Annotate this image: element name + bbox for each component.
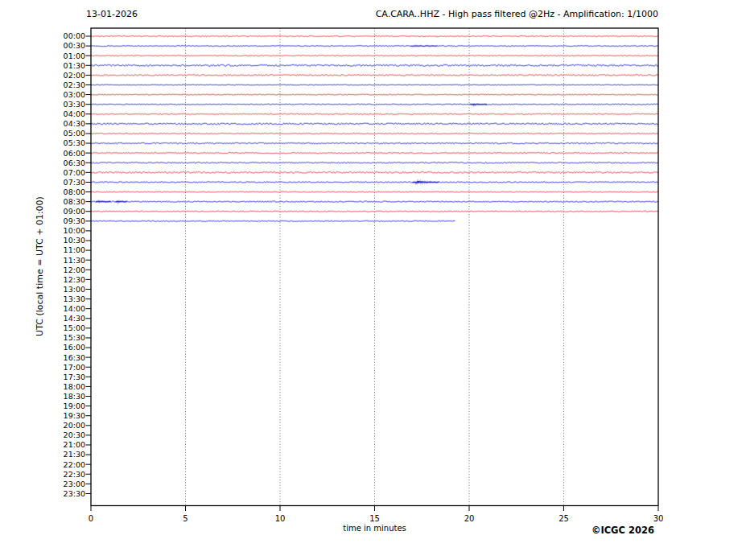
y-tick-label-18:00: 18:00	[64, 382, 85, 391]
y-tick-label-05:30: 05:30	[64, 138, 85, 147]
gridlines-layer	[186, 28, 564, 506]
y-tick-label-02:30: 02:30	[64, 80, 85, 89]
y-tick-label-21:30: 21:30	[64, 450, 85, 459]
date-label: 13-01-2026	[86, 9, 138, 19]
y-tick-label-11:30: 11:30	[64, 256, 85, 265]
y-tick-label-12:30: 12:30	[64, 275, 85, 284]
chart-title: CA.CARA..HHZ - High pass filtered @2Hz -…	[376, 9, 658, 19]
x-tick-label-5: 5	[183, 514, 188, 523]
y-tick-label-10:00: 10:00	[64, 226, 85, 235]
y-tick-label-21:00: 21:00	[64, 440, 85, 449]
y-tick-label-18:30: 18:30	[64, 392, 85, 401]
x-axis-label: time in minutes	[343, 524, 406, 533]
x-tick-label-20: 20	[464, 514, 475, 523]
y-axis-label: UTC (local time = UTC + 01:00)	[35, 196, 45, 336]
helicorder-page: 13-01-2026 CA.CARA..HHZ - High pass filt…	[0, 0, 746, 560]
x-tick-label-30: 30	[653, 514, 664, 523]
y-tick-label-14:30: 14:30	[64, 314, 85, 323]
event-00:30	[410, 46, 437, 47]
y-tick-label-07:00: 07:00	[64, 168, 85, 177]
y-tick-label-13:00: 13:00	[64, 285, 85, 294]
y-tick-label-20:30: 20:30	[64, 430, 85, 439]
y-tick-label-19:30: 19:30	[64, 411, 85, 420]
y-tick-label-23:00: 23:00	[64, 480, 85, 488]
axes-layer	[86, 28, 659, 511]
copyright-label: ©ICGC 2026	[591, 525, 654, 536]
x-tick-label-0: 0	[89, 514, 93, 523]
y-tick-label-04:00: 04:00	[64, 109, 85, 118]
y-tick-label-17:00: 17:00	[64, 363, 85, 372]
y-tick-label-20:00: 20:00	[64, 421, 85, 430]
y-tick-label-01:30: 01:30	[64, 61, 85, 70]
y-tick-label-22:00: 22:00	[64, 460, 85, 469]
y-tick-label-08:00: 08:00	[64, 187, 85, 196]
y-tick-label-10:30: 10:30	[64, 236, 85, 245]
y-tick-label-16:00: 16:00	[64, 343, 85, 352]
y-tick-label-04:30: 04:30	[64, 119, 85, 128]
y-tick-label-03:30: 03:30	[64, 100, 85, 109]
y-tick-label-00:00: 00:00	[64, 31, 85, 40]
y-tick-label-19:00: 19:00	[64, 401, 85, 410]
y-tick-label-15:30: 15:30	[64, 333, 85, 342]
y-tick-label-22:30: 22:30	[64, 470, 85, 479]
helicorder-chart: 13-01-2026 CA.CARA..HHZ - High pass filt…	[0, 0, 746, 560]
y-tick-label-16:30: 16:30	[64, 353, 85, 362]
y-tick-label-17:30: 17:30	[64, 373, 85, 381]
y-tick-label-06:00: 06:00	[64, 149, 85, 158]
x-tick-label-10: 10	[275, 514, 286, 523]
y-tick-label-07:30: 07:30	[64, 178, 85, 187]
seismo-trace-layer	[91, 35, 658, 221]
x-tick-label-25: 25	[558, 514, 569, 523]
y-tick-label-13:30: 13:30	[64, 294, 85, 303]
y-tick-label-12:00: 12:00	[64, 266, 85, 274]
y-tick-label-14:00: 14:00	[64, 304, 85, 313]
y-tick-label-01:00: 01:00	[64, 51, 85, 60]
y-tick-label-02:00: 02:00	[64, 71, 85, 80]
y-tick-label-11:00: 11:00	[64, 245, 85, 254]
x-tick-label-15: 15	[369, 514, 380, 523]
y-tick-label-09:30: 09:30	[64, 216, 85, 225]
y-tick-label-05:00: 05:00	[64, 129, 85, 138]
y-tick-label-09:00: 09:00	[64, 207, 85, 216]
y-tick-label-00:30: 00:30	[64, 41, 85, 50]
y-tick-label-06:30: 06:30	[64, 159, 85, 167]
y-tick-label-03:00: 03:00	[64, 90, 85, 99]
y-tick-label-08:30: 08:30	[64, 197, 85, 206]
y-tick-label-15:00: 15:00	[64, 323, 85, 332]
y-tick-label-23:30: 23:30	[64, 489, 85, 498]
